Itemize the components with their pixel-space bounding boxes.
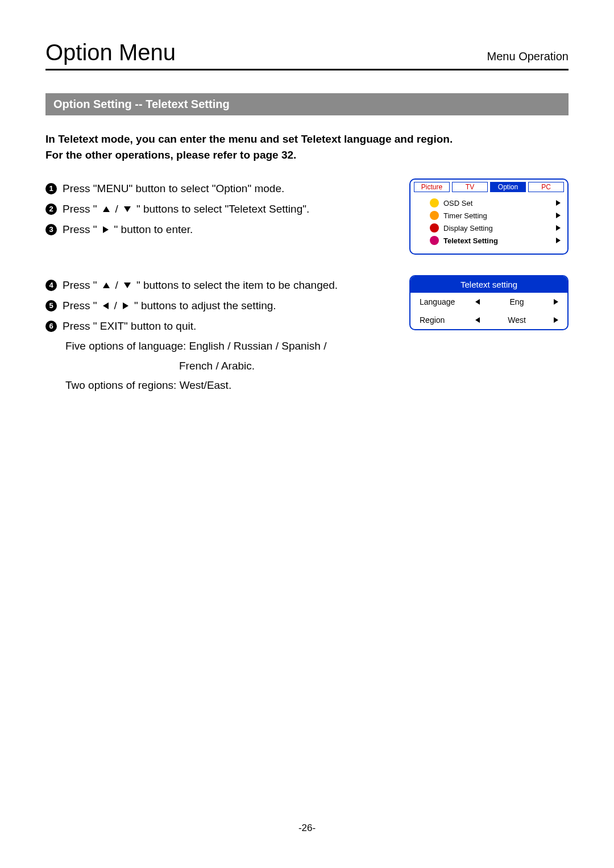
step-text-a: Press " (63, 296, 97, 316)
page-title: Option Menu (45, 40, 176, 65)
teletext-row-region[interactable]: Region West (410, 311, 567, 329)
right-arrow-icon[interactable] (554, 317, 558, 323)
block-2: 4 Press " / " buttons to select the item… (45, 275, 569, 395)
step-text-b: " buttons to select "Teletext Setting". (136, 199, 309, 219)
teletext-row-language[interactable]: Language Eng (410, 293, 567, 311)
osd-item-timer[interactable]: Timer Setting (414, 209, 564, 222)
osd-item-display[interactable]: Display Setting (414, 222, 564, 234)
slash: / (115, 275, 118, 296)
osd-item-teletext[interactable]: Teletext Setting (414, 234, 564, 247)
osd-tab-option[interactable]: Option (490, 182, 526, 192)
left-arrow-icon[interactable] (475, 317, 480, 323)
osd-item-label: Teletext Setting (443, 236, 551, 245)
step-number-icon: 6 (45, 321, 57, 332)
down-arrow-icon (124, 206, 131, 212)
osd-item-label: OSD Set (443, 199, 551, 207)
intro-line-1: In Teletext mode, you can enter the menu… (45, 131, 569, 147)
step-number-icon: 1 (45, 183, 57, 194)
step-2: 2 Press " / " buttons to select "Teletex… (45, 199, 393, 219)
teletext-box-title: Teletext setting (410, 276, 567, 293)
step-number-icon: 3 (45, 224, 57, 235)
manual-page: Option Menu Menu Operation Option Settin… (0, 0, 614, 868)
right-arrow-icon (123, 302, 128, 309)
osd-item-icon (430, 236, 439, 245)
step-number-icon: 4 (45, 280, 57, 291)
right-arrow-icon (103, 226, 109, 233)
block-1: 1 Press "MENU" button to select "Option"… (45, 178, 569, 255)
chevron-right-icon (556, 225, 562, 231)
step-text-a: Press " (63, 199, 97, 219)
intro-line-2: For the other operations, please refer t… (45, 147, 569, 163)
chevron-right-icon (556, 200, 562, 206)
teletext-setting-preview: Teletext setting Language Eng Region Wes… (409, 275, 569, 330)
notes: Five options of language: English / Russ… (45, 337, 393, 395)
step-1: 1 Press "MENU" button to select "Option"… (45, 178, 393, 199)
step-text-b: " buttons to adjust the setting. (134, 296, 276, 316)
note-language-1: Five options of language: English / Russ… (65, 337, 393, 356)
step-text: Press " EXIT" button to quit. (63, 316, 196, 337)
note-region: Two options of regions: West/East. (65, 376, 393, 395)
step-text-b: " button to enter. (114, 219, 193, 240)
osd-tab-tv[interactable]: TV (452, 182, 488, 192)
intro-text: In Teletext mode, you can enter the menu… (45, 131, 569, 163)
row-value: Eng (484, 297, 549, 306)
step-text-b: " buttons to select the item to be chang… (136, 275, 338, 296)
up-arrow-icon (103, 283, 110, 288)
slash: / (114, 296, 117, 316)
row-value: West (484, 315, 549, 325)
osd-tab-pc[interactable]: PC (528, 182, 564, 192)
slash: / (115, 199, 118, 219)
left-arrow-icon (103, 302, 109, 309)
step-text: Press "MENU" button to select "Option" m… (63, 178, 284, 199)
osd-item-label: Display Setting (443, 224, 551, 232)
osd-item-icon (430, 198, 439, 207)
step-number-icon: 2 (45, 203, 57, 215)
osd-tabs: Picture TV Option PC (414, 182, 564, 192)
osd-tab-picture[interactable]: Picture (414, 182, 450, 192)
osd-item-label: Timer Setting (443, 211, 551, 220)
row-label: Language (420, 297, 471, 306)
osd-item-icon (430, 223, 439, 232)
left-arrow-icon[interactable] (475, 299, 480, 305)
section-heading: Option Setting -- Teletext Setting (45, 93, 569, 115)
step-4: 4 Press " / " buttons to select the item… (45, 275, 393, 296)
row-label: Region (420, 315, 471, 325)
note-language-2: French / Arabic. (65, 356, 393, 376)
step-number-icon: 5 (45, 300, 57, 312)
right-arrow-icon[interactable] (554, 299, 558, 305)
page-header: Option Menu Menu Operation (45, 40, 569, 70)
osd-item-icon (430, 211, 439, 220)
steps-group-b: 4 Press " / " buttons to select the item… (45, 275, 393, 395)
step-5: 5 Press " / " buttons to adjust the sett… (45, 296, 393, 316)
down-arrow-icon (124, 283, 131, 288)
section-label: Menu Operation (487, 50, 569, 63)
step-3: 3 Press " " button to enter. (45, 219, 393, 240)
step-6: 6 Press " EXIT" button to quit. (45, 316, 393, 337)
up-arrow-icon (103, 206, 110, 212)
page-number: -26- (0, 823, 614, 834)
chevron-right-icon (556, 238, 562, 243)
osd-item-osd-set[interactable]: OSD Set (414, 197, 564, 209)
steps-group-a: 1 Press "MENU" button to select "Option"… (45, 178, 393, 240)
step-text-a: Press " (63, 275, 97, 296)
chevron-right-icon (556, 213, 562, 218)
step-text-a: Press " (63, 219, 97, 240)
osd-menu-preview: Picture TV Option PC OSD Set Timer Setti… (409, 178, 569, 255)
